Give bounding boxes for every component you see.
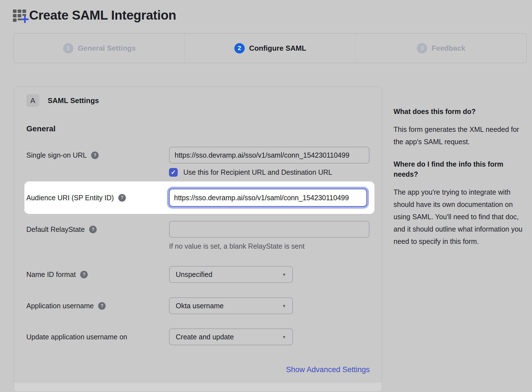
caret-down-icon: ▼ <box>282 272 286 277</box>
application-username-select[interactable]: Okta username ▼ <box>169 297 293 314</box>
help-icon[interactable]: ? <box>118 194 126 202</box>
help-icon[interactable]: ? <box>89 226 97 233</box>
selected-value: Unspecified <box>176 270 212 279</box>
step-number-badge: 2 <box>234 43 245 53</box>
card-footer-band <box>14 383 382 392</box>
page-header: + Create SAML Integration <box>12 7 176 23</box>
step-number-badge: 3 <box>417 43 427 53</box>
name-id-format-label: Name ID format <box>26 270 76 279</box>
step-label: Configure SAML <box>249 44 306 53</box>
sso-url-input[interactable] <box>169 147 369 164</box>
show-advanced-settings-link[interactable]: Show Advanced Settings <box>286 365 370 374</box>
help-sidebar: What does this form do? This form genera… <box>394 106 523 259</box>
check-icon: ✓ <box>171 169 176 176</box>
recipient-url-checkbox-label: Use this for Recipient URL and Destinati… <box>183 168 332 176</box>
recipient-url-checkbox[interactable]: ✓ <box>169 168 178 177</box>
plus-icon: + <box>21 12 29 26</box>
audience-uri-input[interactable] <box>169 189 367 207</box>
help-answer-1: This form generates the XML needed for t… <box>394 123 523 148</box>
step-number-badge: 1 <box>63 43 73 53</box>
panel-header: A SAML Settings <box>26 94 369 107</box>
relay-state-input[interactable] <box>169 221 369 238</box>
update-username-label: Update application username on <box>26 333 127 341</box>
application-username-row: Application username ? Okta username ▼ <box>26 297 369 314</box>
step-configure-saml[interactable]: 2 Configure SAML <box>185 34 356 63</box>
sso-url-label: Single sign-on URL <box>26 151 87 159</box>
help-icon[interactable]: ? <box>80 271 88 278</box>
caret-down-icon: ▼ <box>282 304 286 308</box>
update-username-select[interactable]: Create and update ▼ <box>169 328 293 345</box>
step-general-settings[interactable]: 1 General Settings <box>14 34 185 63</box>
create-app-grid-plus-icon: + <box>12 7 28 23</box>
page-title: Create SAML Integration <box>29 8 176 23</box>
update-username-row: Update application username on Create an… <box>26 328 369 345</box>
recipient-url-checkbox-row: ✓ Use this for Recipient URL and Destina… <box>169 168 369 177</box>
name-id-format-row: Name ID format ? Unspecified ▼ <box>26 266 369 283</box>
help-answer-2: The app you're trying to integrate with … <box>394 186 523 248</box>
relay-state-hint: If no value is set, a blank RelayState i… <box>169 242 369 250</box>
relay-state-row: Default RelayState ? <box>26 221 369 238</box>
caret-down-icon: ▼ <box>282 335 286 339</box>
wizard-steps: 1 General Settings 2 Configure SAML 3 Fe… <box>14 33 527 63</box>
step-feedback[interactable]: 3 Feedback <box>356 34 526 63</box>
step-label: Feedback <box>432 44 465 53</box>
step-label: General Settings <box>78 44 136 53</box>
help-icon[interactable]: ? <box>91 151 99 159</box>
audience-uri-row-highlighted: Audience URI (SP Entity ID) ? <box>24 181 374 214</box>
selected-value: Create and update <box>176 333 234 341</box>
sso-url-row: Single sign-on URL ? <box>26 147 369 164</box>
selected-value: Okta username <box>176 302 224 310</box>
audience-uri-label: Audience URI (SP Entity ID) <box>26 194 114 202</box>
name-id-format-select[interactable]: Unspecified ▼ <box>169 266 293 283</box>
help-question-2: Where do I find the info this form needs… <box>394 159 523 179</box>
relay-state-label: Default RelayState <box>26 225 85 234</box>
section-a-badge: A <box>26 94 39 107</box>
help-icon[interactable]: ? <box>98 302 106 310</box>
help-question-1: What does this form do? <box>394 106 523 116</box>
panel-title: SAML Settings <box>48 96 99 105</box>
application-username-label: Application username <box>26 302 94 310</box>
saml-settings-card: A SAML Settings General Single sign-on U… <box>14 87 382 392</box>
general-section-heading: General <box>26 124 369 133</box>
